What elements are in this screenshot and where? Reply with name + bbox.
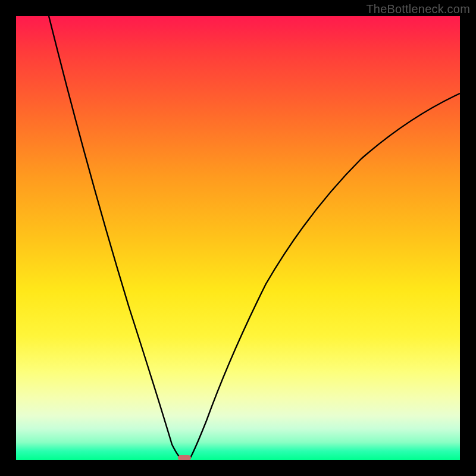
minimum-marker — [178, 455, 191, 460]
plot-area — [16, 16, 460, 460]
bottleneck-curve-svg — [16, 16, 460, 460]
watermark-text: TheBottleneck.com — [366, 2, 470, 16]
chart-outer-frame: TheBottleneck.com — [0, 0, 476, 476]
curve-right-branch — [190, 93, 460, 459]
curve-left-branch — [49, 16, 181, 459]
